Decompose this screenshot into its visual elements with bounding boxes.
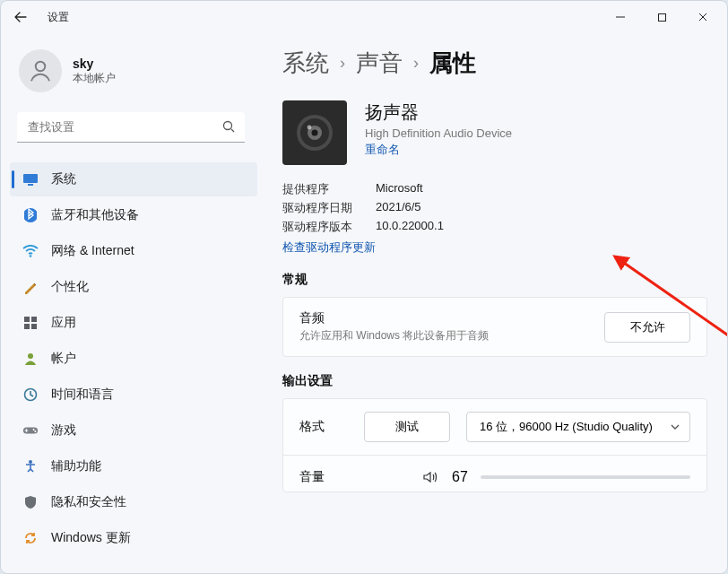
test-button[interactable]: 测试 bbox=[364, 412, 450, 442]
speaker-icon bbox=[282, 100, 347, 165]
rename-link[interactable]: 重命名 bbox=[365, 142, 512, 158]
access-icon bbox=[22, 458, 39, 474]
maximize-button[interactable] bbox=[641, 3, 682, 31]
device-sub: High Definition Audio Device bbox=[365, 126, 512, 140]
audio-title: 音频 bbox=[299, 310, 489, 326]
minimize-button[interactable] bbox=[600, 3, 641, 31]
driver-date-label: 驱动程序日期 bbox=[282, 200, 363, 216]
back-button[interactable] bbox=[10, 6, 31, 28]
content: 系统 › 声音 › 属性 扬声器 Hi bbox=[261, 33, 727, 573]
profile-name: sky bbox=[73, 57, 116, 71]
deny-button[interactable]: 不允许 bbox=[604, 312, 690, 343]
sidebar-item-label: 应用 bbox=[51, 315, 76, 331]
volume-controls: 67 bbox=[421, 468, 690, 486]
svg-rect-0 bbox=[658, 13, 665, 21]
format-value: 16 位，96000 Hz (Studio Quality) bbox=[480, 419, 653, 435]
driver-version-value: 10.0.22000.1 bbox=[376, 219, 707, 235]
avatar bbox=[19, 49, 62, 92]
sidebar-item-network[interactable]: 网络 & Internet bbox=[10, 234, 257, 268]
format-row: 格式 测试 16 位，96000 Hz (Studio Quality) bbox=[283, 399, 706, 455]
close-icon bbox=[698, 12, 708, 22]
arrow-left-icon bbox=[13, 10, 28, 24]
check-driver-updates-link[interactable]: 检查驱动程序更新 bbox=[282, 240, 376, 254]
provider-label: 提供程序 bbox=[282, 181, 363, 197]
svg-point-16 bbox=[29, 460, 32, 464]
sidebar-item-label: 个性化 bbox=[51, 279, 89, 295]
volume-icon bbox=[421, 468, 439, 486]
sidebar-item-label: 网络 & Internet bbox=[51, 243, 134, 259]
sidebar-item-apps[interactable]: 应用 bbox=[10, 306, 257, 340]
sidebar-item-access[interactable]: 辅助功能 bbox=[10, 449, 257, 483]
sidebar: sky 本地帐户 系统蓝牙和其他设备网络 & Internet个性化应用帐户时间… bbox=[1, 33, 261, 573]
audio-text: 音频 允许应用和 Windows 将此设备用于音频 bbox=[299, 310, 489, 344]
window-controls bbox=[600, 3, 724, 31]
sidebar-item-label: 蓝牙和其他设备 bbox=[51, 207, 139, 223]
personal-icon bbox=[22, 279, 39, 295]
sidebar-item-personal[interactable]: 个性化 bbox=[10, 270, 257, 304]
crumb-system[interactable]: 系统 bbox=[282, 48, 329, 79]
audio-sub: 允许应用和 Windows 将此设备用于音频 bbox=[299, 328, 489, 344]
volume-slider[interactable] bbox=[481, 475, 690, 479]
device-header: 扬声器 High Definition Audio Device 重命名 bbox=[282, 100, 707, 165]
svg-rect-7 bbox=[24, 317, 30, 322]
volume-title: 音量 bbox=[299, 469, 325, 485]
sidebar-item-gaming[interactable]: 游戏 bbox=[10, 413, 257, 448]
chevron-down-icon bbox=[670, 422, 680, 432]
svg-point-20 bbox=[312, 130, 318, 136]
profile-sub: 本地帐户 bbox=[73, 71, 116, 86]
body: sky 本地帐户 系统蓝牙和其他设备网络 & Internet个性化应用帐户时间… bbox=[1, 33, 727, 573]
profile-text: sky 本地帐户 bbox=[73, 57, 116, 86]
titlebar: 设置 bbox=[1, 1, 727, 33]
format-controls: 测试 16 位，96000 Hz (Studio Quality) bbox=[364, 412, 690, 442]
sidebar-item-label: 游戏 bbox=[51, 422, 76, 439]
svg-point-21 bbox=[308, 126, 312, 130]
gaming-icon bbox=[22, 422, 39, 439]
volume-row: 音量 67 bbox=[283, 455, 706, 491]
time-icon bbox=[22, 387, 39, 403]
device-info: 扬声器 High Definition Audio Device 重命名 bbox=[365, 100, 512, 165]
svg-point-1 bbox=[36, 62, 46, 72]
maximize-icon bbox=[657, 13, 667, 22]
svg-rect-8 bbox=[31, 317, 37, 322]
audio-card: 音频 允许应用和 Windows 将此设备用于音频 不允许 bbox=[282, 297, 707, 357]
system-icon bbox=[22, 171, 39, 187]
breadcrumbs: 系统 › 声音 › 属性 bbox=[282, 48, 707, 79]
privacy-icon bbox=[22, 494, 39, 510]
volume-value: 67 bbox=[452, 469, 468, 485]
device-name: 扬声器 bbox=[365, 100, 512, 125]
svg-point-6 bbox=[30, 255, 32, 257]
sidebar-item-label: 系统 bbox=[51, 171, 76, 187]
search-input[interactable] bbox=[17, 112, 245, 143]
profile[interactable]: sky 本地帐户 bbox=[10, 44, 257, 109]
close-button[interactable] bbox=[682, 3, 724, 31]
person-icon bbox=[27, 57, 54, 84]
sidebar-item-update[interactable]: Windows 更新 bbox=[10, 521, 257, 555]
sidebar-item-label: 帐户 bbox=[51, 351, 76, 367]
crumb-sound[interactable]: 声音 bbox=[356, 48, 403, 79]
titlebar-left: 设置 bbox=[10, 6, 69, 28]
search-icon bbox=[221, 119, 236, 137]
sidebar-item-time[interactable]: 时间和语言 bbox=[10, 378, 257, 412]
section-output: 输出设置 bbox=[282, 373, 707, 389]
sidebar-item-label: 隐私和安全性 bbox=[51, 494, 126, 510]
sidebar-item-bt[interactable]: 蓝牙和其他设备 bbox=[10, 198, 257, 232]
format-title: 格式 bbox=[299, 419, 325, 435]
driver-version-label: 驱动程序版本 bbox=[282, 219, 363, 235]
svg-rect-3 bbox=[23, 174, 38, 183]
apps-icon bbox=[22, 315, 39, 331]
sidebar-item-system[interactable]: 系统 bbox=[10, 162, 257, 196]
bt-icon bbox=[22, 207, 39, 223]
sidebar-item-privacy[interactable]: 隐私和安全性 bbox=[10, 485, 257, 519]
network-icon bbox=[22, 243, 39, 259]
svg-rect-10 bbox=[31, 324, 37, 329]
format-dropdown[interactable]: 16 位，96000 Hz (Studio Quality) bbox=[466, 412, 690, 442]
svg-point-11 bbox=[28, 353, 33, 359]
sidebar-item-label: Windows 更新 bbox=[51, 530, 131, 546]
sidebar-item-label: 辅助功能 bbox=[51, 458, 101, 474]
test-button-label: 测试 bbox=[395, 419, 419, 435]
sidebar-item-accounts[interactable]: 帐户 bbox=[10, 342, 257, 376]
svg-rect-4 bbox=[28, 184, 33, 186]
section-general: 常规 bbox=[282, 272, 707, 288]
provider-value: Microsoft bbox=[376, 181, 707, 197]
settings-window: 设置 sky 本地帐户 bbox=[0, 0, 728, 574]
